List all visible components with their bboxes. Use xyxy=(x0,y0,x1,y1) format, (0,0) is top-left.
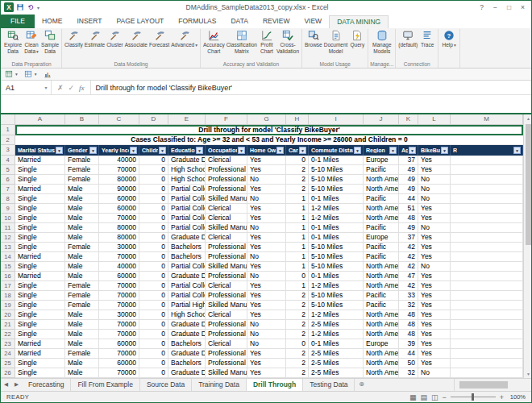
cell-f20[interactable]: Clerical xyxy=(206,310,247,320)
cell-a5[interactable]: Single xyxy=(15,165,65,175)
row-header-25[interactable]: 25 xyxy=(1,359,15,368)
cell-l14[interactable]: Yes xyxy=(418,252,451,262)
cell-d15[interactable]: 0 xyxy=(139,262,168,272)
zoom-out-button[interactable]: − xyxy=(442,393,446,401)
cell-g24[interactable]: Yes xyxy=(247,349,286,359)
cell-h5[interactable]: 2 xyxy=(286,165,309,175)
new-sheet-button[interactable]: ⊕ xyxy=(355,379,368,391)
cell-e23[interactable]: Bachelors xyxy=(168,339,206,349)
zoom-slider-thumb[interactable] xyxy=(472,393,474,401)
cell-e4[interactable]: Graduate Degree xyxy=(168,156,206,165)
cell-a6[interactable]: Single xyxy=(15,175,65,185)
row-header-4[interactable]: 4 xyxy=(1,156,15,165)
cell-b8[interactable]: Male xyxy=(65,194,99,204)
cell-h7[interactable]: 2 xyxy=(286,185,309,194)
cell-b14[interactable]: Male xyxy=(65,252,99,262)
ribbon-tab-home[interactable]: HOME xyxy=(35,15,70,28)
sheet-tab-drill-through[interactable]: Drill Through xyxy=(247,379,303,391)
cell-l19[interactable]: Yes xyxy=(418,301,451,310)
cell-j23[interactable]: Europe xyxy=(364,339,399,349)
cell-i18[interactable]: 5-10 Miles xyxy=(309,291,364,301)
cell-b20[interactable]: Male xyxy=(65,310,99,320)
cell-i5[interactable]: 5-10 Miles xyxy=(309,165,364,175)
cell-h23[interactable]: 0 xyxy=(286,339,309,349)
cell-a14[interactable]: Married xyxy=(15,252,65,262)
cell-j4[interactable]: Europe xyxy=(364,156,399,165)
cell-i25[interactable]: 2-5 Miles xyxy=(309,359,364,368)
cell-c22[interactable]: 70000 xyxy=(99,330,139,339)
cell-e9[interactable]: Partial College xyxy=(168,204,206,214)
cell-m13[interactable] xyxy=(451,243,523,252)
cell-e11[interactable]: Partial College xyxy=(168,223,206,233)
cell-m6[interactable] xyxy=(451,175,523,185)
cell-l20[interactable]: Yes xyxy=(418,310,451,320)
cell-g26[interactable]: Yes xyxy=(247,368,286,378)
cell-h11[interactable]: 1 xyxy=(286,223,309,233)
help-button[interactable]: ? xyxy=(475,2,488,14)
cell-b23[interactable]: Male xyxy=(65,339,99,349)
cell-h26[interactable]: 2 xyxy=(286,368,309,378)
cell-m21[interactable] xyxy=(451,320,523,330)
cell-e5[interactable]: High School xyxy=(168,165,206,175)
cell-c11[interactable]: 80000 xyxy=(99,223,139,233)
select-all-corner[interactable] xyxy=(1,114,15,125)
cell-e14[interactable]: Bachelors xyxy=(168,252,206,262)
cell-g18[interactable]: Yes xyxy=(247,291,286,301)
row-header-20[interactable]: 20 xyxy=(1,310,15,320)
ribbon-tab-formulas[interactable]: FORMULAS xyxy=(171,15,223,28)
column-header-d[interactable]: D xyxy=(139,114,168,125)
row-header-13[interactable]: 13 xyxy=(1,243,15,252)
restore-button[interactable]: □ xyxy=(502,2,516,14)
filter-header-education[interactable]: Education▼ xyxy=(168,145,206,156)
cell-b16[interactable]: Male xyxy=(65,272,99,281)
cell-m19[interactable] xyxy=(451,301,523,310)
cell-h9[interactable]: 1 xyxy=(286,204,309,214)
cell-c7[interactable]: 90000 xyxy=(99,185,139,194)
cell-a19[interactable]: Single xyxy=(15,301,65,310)
cell-i16[interactable]: 0-1 Miles xyxy=(309,272,364,281)
cell-d18[interactable]: 0 xyxy=(139,291,168,301)
associate-button[interactable]: Associate xyxy=(124,29,148,49)
cell-d12[interactable]: 0 xyxy=(139,233,168,243)
cell-g22[interactable]: No xyxy=(247,330,286,339)
cell-h19[interactable]: 2 xyxy=(286,301,309,310)
cell-g20[interactable]: Yes xyxy=(247,310,286,320)
save-icon[interactable] xyxy=(16,3,24,11)
cell-h18[interactable]: 2 xyxy=(286,291,309,301)
cell-c25[interactable]: 60000 xyxy=(99,359,139,368)
cell-e25[interactable]: Bachelors xyxy=(168,359,206,368)
clean-data-button[interactable]: Clean Data▾ xyxy=(23,29,40,56)
cell-j13[interactable]: Pacific xyxy=(364,243,399,252)
cell-b19[interactable]: Female xyxy=(65,301,99,310)
cell-e8[interactable]: Partial College xyxy=(168,194,206,204)
ribbon-tab-page-layout[interactable]: PAGE LAYOUT xyxy=(109,15,171,28)
cell-b26[interactable]: Male xyxy=(65,368,99,378)
row-header-21[interactable]: 21 xyxy=(1,320,15,330)
cell-c4[interactable]: 40000 xyxy=(99,156,139,165)
view-page-layout-icon[interactable]: ▤ xyxy=(420,393,427,401)
cell-d21[interactable]: 0 xyxy=(139,320,168,330)
ribbon-tab-insert[interactable]: INSERT xyxy=(69,15,109,28)
cell-d17[interactable]: 0 xyxy=(139,281,168,291)
filter-dropdown-icon[interactable]: ▼ xyxy=(299,147,306,154)
query-button[interactable]: Query xyxy=(348,29,366,49)
cell-b9[interactable]: Male xyxy=(65,204,99,214)
enter-icon[interactable]: ✓ xyxy=(69,84,75,92)
filter-dropdown-icon[interactable]: ▼ xyxy=(276,147,284,154)
cell-f7[interactable]: Professional xyxy=(206,185,247,194)
vertical-scrollbar[interactable]: ▲ ▼ xyxy=(523,114,532,378)
cell-f9[interactable]: Clerical xyxy=(206,204,247,214)
cell-h17[interactable]: 1 xyxy=(286,281,309,291)
cell-c26[interactable]: 70000 xyxy=(99,368,139,378)
formula-input[interactable]: Drill through for model 'Classify BikeBu… xyxy=(91,81,531,94)
filter-dropdown-icon[interactable]: ▼ xyxy=(159,147,166,154)
cell-e12[interactable]: Graduate Degree xyxy=(168,233,206,243)
cell-b6[interactable]: Female xyxy=(65,175,99,185)
scroll-down-icon[interactable]: ▼ xyxy=(524,372,532,376)
cell-a15[interactable]: Single xyxy=(15,262,65,272)
filter-header-children[interactable]: Children▼ xyxy=(139,145,168,156)
cell-i11[interactable]: 0-1 Miles xyxy=(309,223,364,233)
column-header-k[interactable]: K xyxy=(399,114,418,125)
undo-icon[interactable] xyxy=(27,3,35,11)
cell-l6[interactable]: No xyxy=(418,175,451,185)
